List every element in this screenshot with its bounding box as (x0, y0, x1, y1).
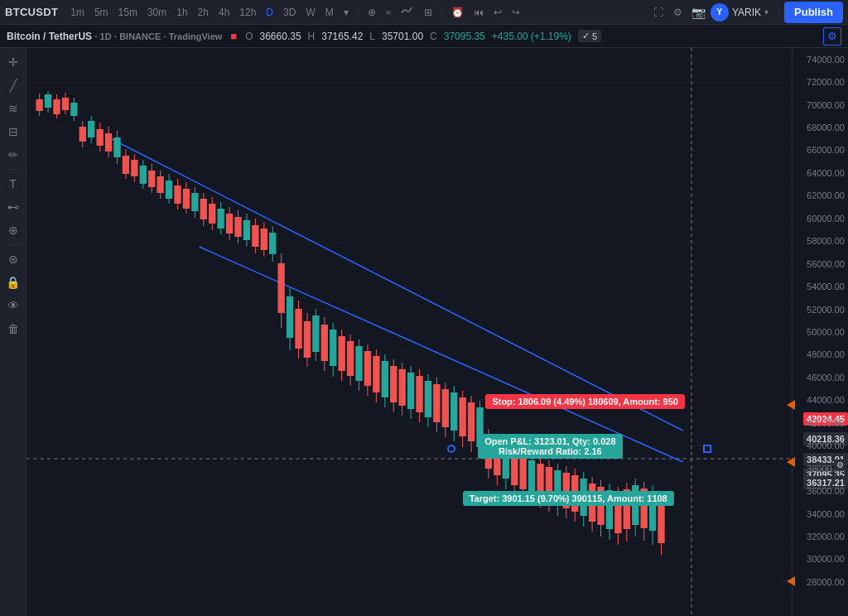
price-42000: 42000.00 (807, 418, 845, 428)
svg-rect-145 (528, 460, 535, 493)
chart-canvas[interactable]: Stop: 1806.09 (4.49%) 180609, Amount: 95… (26, 48, 792, 616)
svg-rect-81 (252, 225, 258, 247)
svg-rect-75 (226, 214, 233, 233)
replay-btn[interactable]: ⏮ (470, 5, 488, 20)
user-chevron[interactable]: ▾ (764, 7, 768, 17)
chart-svg (26, 48, 792, 616)
screenshot-btn[interactable]: 📷 (688, 4, 709, 21)
price-70000: 70000.00 (807, 100, 845, 110)
svg-rect-175 (658, 502, 664, 543)
measure-tool[interactable]: ⊷ (2, 196, 24, 218)
open-position-handle-right[interactable] (703, 445, 711, 453)
svg-rect-43 (88, 121, 94, 137)
stop-annotation[interactable]: Stop: 1806.09 (4.49%) 180609, Amount: 95… (485, 394, 685, 409)
tf-30m[interactable]: 30m (143, 5, 171, 20)
separator-2 (441, 5, 442, 20)
publish-button[interactable]: Publish (784, 2, 843, 23)
ohlc-change: +435.00 (+1.19%) (492, 31, 571, 42)
svg-rect-111 (382, 361, 388, 397)
svg-rect-107 (364, 351, 371, 386)
ohlc-open: 36660.35 (260, 31, 301, 42)
indicators-btn[interactable] (397, 3, 418, 21)
tf-12h[interactable]: 12h (235, 5, 260, 20)
add-indicator-btn[interactable]: ⊕ (364, 5, 380, 20)
svg-rect-131 (468, 402, 475, 441)
open-pnl-annotation[interactable]: Open P&L: 3123.01, Qty: 0.028 Risk/Rewar… (478, 434, 622, 459)
price-axis-settings[interactable]: ⚙ (834, 460, 846, 470)
svg-rect-49 (113, 137, 120, 157)
trash-tool[interactable]: 🗑 (2, 318, 24, 339)
price-34000: 34000.00 (807, 509, 845, 519)
price-54000: 54000.00 (807, 282, 845, 291)
fib-tool[interactable]: ≋ (2, 98, 24, 119)
tf-M[interactable]: M (321, 5, 338, 20)
price-66000: 66000.00 (807, 145, 845, 155)
svg-rect-125 (442, 389, 449, 427)
user-avatar[interactable]: Y (711, 3, 729, 22)
redo-btn[interactable]: ↪ (508, 5, 524, 20)
price-52000: 52000.00 (807, 305, 845, 315)
main-area: ✛ ╱ ≋ ⊟ ✏ T ⊷ ⊕ ⊛ 🔒 👁 🗑 (0, 48, 848, 616)
indicator-badge[interactable]: ✓ 5 (578, 30, 601, 42)
price-72000: 72000.00 (807, 77, 845, 87)
svg-rect-99 (330, 330, 336, 366)
undo-btn[interactable]: ↩ (489, 5, 506, 20)
chart-header: Bitcoin / TetherUS · 1D · BINANCE · Trad… (0, 25, 848, 48)
gann-tool[interactable]: ⊟ (2, 121, 24, 142)
svg-rect-117 (407, 373, 414, 409)
tf-3D[interactable]: 3D (279, 5, 300, 20)
tf-4h[interactable]: 4h (214, 5, 234, 20)
svg-rect-77 (234, 217, 241, 237)
svg-rect-71 (209, 204, 215, 224)
settings-btn[interactable]: ⚙ (669, 5, 687, 20)
cursor-tool[interactable]: ✛ (2, 51, 24, 73)
ohlc-color-indicator: ■ (230, 30, 237, 42)
brush-tool[interactable]: ✏ (2, 144, 24, 166)
price-30000: 30000.00 (807, 554, 845, 564)
compare-btn[interactable]: ≈ (382, 5, 396, 20)
svg-rect-79 (243, 220, 250, 240)
price-74000: 74000.00 (807, 55, 845, 65)
tf-W[interactable]: W (301, 5, 319, 20)
text-tool[interactable]: T (2, 173, 24, 195)
tf-5m[interactable]: 5m (90, 5, 113, 20)
ohlc-high: 37165.42 (321, 31, 363, 42)
user-area: Y YARIK ▾ (711, 3, 768, 22)
tf-15m[interactable]: 15m (114, 5, 142, 20)
tf-1m[interactable]: 1m (66, 5, 89, 20)
svg-rect-105 (355, 346, 362, 381)
tf-more[interactable]: ▾ (340, 5, 353, 20)
svg-rect-129 (459, 397, 465, 436)
layout-btn[interactable]: ⊞ (420, 5, 436, 20)
magnet-tool[interactable]: ⊛ (2, 248, 24, 270)
price-50000: 50000.00 (807, 327, 845, 337)
chart-settings-icon[interactable]: ⚙ (823, 27, 841, 46)
hide-tool[interactable]: 👁 (2, 295, 24, 316)
svg-rect-103 (347, 341, 354, 376)
open-position-handle-left[interactable] (447, 445, 455, 453)
tf-1h[interactable]: 1h (172, 5, 191, 20)
svg-rect-53 (131, 160, 137, 176)
price-56000: 56000.00 (807, 259, 845, 269)
svg-rect-143 (519, 456, 526, 489)
trendline-tool[interactable]: ╱ (2, 75, 24, 96)
svg-rect-87 (277, 263, 284, 313)
alert-btn[interactable]: ⏰ (447, 5, 468, 20)
svg-rect-119 (416, 376, 422, 412)
fullscreen-btn[interactable]: ⛶ (649, 5, 667, 20)
price-36000: 36000.00 (807, 486, 845, 496)
lock-tool[interactable]: 🔒 (2, 272, 24, 293)
price-marker-1 (787, 400, 795, 410)
svg-rect-61 (166, 180, 172, 199)
price-48000: 48000.00 (807, 349, 845, 359)
svg-rect-55 (140, 166, 147, 184)
svg-rect-57 (148, 171, 155, 187)
tf-2h[interactable]: 2h (194, 5, 213, 20)
tf-D[interactable]: D (262, 5, 277, 20)
target-annotation[interactable]: Target: 3901.15 (9.70%) 390115, Amount: … (463, 491, 674, 506)
svg-rect-85 (269, 233, 276, 254)
svg-rect-51 (123, 156, 129, 174)
zoom-tool[interactable]: ⊕ (2, 219, 24, 241)
username-label: YARIK (732, 7, 761, 18)
svg-rect-89 (287, 296, 293, 338)
